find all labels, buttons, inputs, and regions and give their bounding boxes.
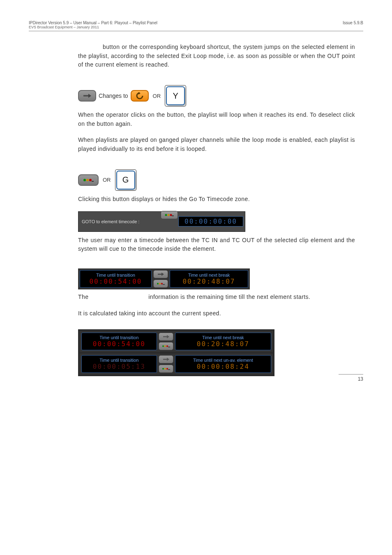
panel-goto-button[interactable] <box>153 280 168 288</box>
svg-marker-12 <box>161 273 164 276</box>
time-until-next-unav-cell: Time until next un-av. element 00:00:08:… <box>175 355 271 373</box>
goto-button-row: OR G <box>78 169 355 191</box>
panel-goto-button-2a[interactable] <box>159 342 173 350</box>
info-paragraph: The information is the remaining time ti… <box>78 293 355 302</box>
info-para-rest: information is the remaining time till t… <box>148 294 310 300</box>
time-until-transition-title: Time until transition <box>96 273 135 278</box>
time-until-next-unav-value: 00:00:08:24 <box>197 363 249 370</box>
loop-icon <box>135 92 144 100</box>
svg-point-7 <box>165 214 167 216</box>
loop-button-row: Changes to OR Y <box>78 85 355 106</box>
arrow-right-icon <box>162 357 170 361</box>
time-until-transition-value-2a: 00:00:54:00 <box>93 340 145 348</box>
loop-paragraph-2: When playlists are played on ganged play… <box>78 136 355 153</box>
time-until-transition-title-2a: Time until transition <box>99 335 138 340</box>
header-left-line2: EVS Broadcast Equipment – January 2011 <box>29 25 157 29</box>
panel-mid-buttons <box>153 270 168 288</box>
loop-paragraph-1: When the operator clicks on the button, … <box>78 111 355 128</box>
arrow-right-icon <box>83 93 92 98</box>
goto-dots-icon-small <box>156 282 165 285</box>
time-until-next-break-cell-2a: Time until next break 00:20:48:07 <box>175 333 271 350</box>
g-key: G <box>116 171 135 190</box>
y-key-wrap: Y <box>165 85 186 106</box>
svg-point-21 <box>166 345 168 347</box>
arrow-right-icon <box>162 335 170 339</box>
goto-figure: GOTO to element timecode : 00:00:00:00 <box>78 211 245 232</box>
time-until-transition-value-2b: 00:00:05:13 <box>93 363 145 370</box>
time-info-panel-2a: Time until transition 00:00:54:00 Time u… <box>80 331 273 352</box>
header-right: Issue 5.9.B <box>343 21 363 29</box>
goto-dots-icon-small <box>161 345 171 348</box>
time-until-transition-value: 00:00:54:00 <box>89 278 142 285</box>
or-label-1: OR <box>153 93 161 99</box>
time-info-panel-group: Time until transition 00:00:54:00 Time u… <box>78 329 274 376</box>
svg-marker-24 <box>167 358 169 361</box>
svg-point-14 <box>159 283 161 284</box>
svg-point-19 <box>162 345 164 347</box>
svg-marker-1 <box>88 94 91 98</box>
g-key-wrap: G <box>115 169 136 191</box>
svg-point-25 <box>162 368 164 370</box>
loop-active-button[interactable] <box>131 90 149 102</box>
header-left-line1: IPDirector Version 5.9 – User Manual – P… <box>29 21 157 25</box>
goto-dots-icon <box>83 178 94 182</box>
time-until-next-break-value: 00:20:48:07 <box>182 278 235 285</box>
svg-point-5 <box>89 179 92 181</box>
svg-point-27 <box>166 368 168 370</box>
time-until-next-break-value-2a: 00:20:48:07 <box>197 340 249 348</box>
svg-point-26 <box>164 368 166 370</box>
svg-point-20 <box>164 345 166 347</box>
svg-point-4 <box>86 179 89 181</box>
svg-marker-18 <box>167 335 169 338</box>
time-until-next-break-cell: Time until next break 00:20:48:07 <box>170 270 248 288</box>
panel-mid-buttons-2a <box>159 333 173 350</box>
time-until-next-unav-title: Time until next un-av. element <box>193 358 253 363</box>
time-until-transition-title-2b: Time until transition <box>99 358 138 363</box>
panel-arrow-button-2b[interactable] <box>159 355 173 363</box>
loop-arrow-button[interactable] <box>78 90 96 102</box>
svg-point-15 <box>161 283 163 284</box>
info-para-prefix: The <box>78 294 88 300</box>
header-divider <box>29 31 363 31</box>
goto-dots-icon-small <box>161 367 171 370</box>
time-until-transition-cell-2b: Time until transition 00:00:05:13 <box>81 355 157 373</box>
panel-arrow-button-2a[interactable] <box>159 333 173 341</box>
y-key: Y <box>166 86 185 105</box>
goto-timecode-input[interactable]: 00:00:00:00 <box>178 216 243 227</box>
panel-goto-button-2b[interactable] <box>159 365 173 373</box>
svg-point-8 <box>168 214 170 216</box>
svg-point-13 <box>157 283 159 284</box>
time-until-next-break-title: Time until next break <box>188 273 230 278</box>
panel-mid-buttons-2b <box>159 355 173 373</box>
time-info-panel-1: Time until transition 00:00:54:00 Time u… <box>78 268 250 289</box>
goto-label: GOTO to element timecode : <box>78 219 178 224</box>
goto-dots-icon-small <box>164 213 174 217</box>
arrow-right-icon <box>157 272 164 276</box>
changes-to-label: Changes to <box>99 92 128 99</box>
time-until-transition-cell-2a: Time until transition 00:00:54:00 <box>81 333 157 350</box>
intro-paragraph: button or the corresponding keyboard sho… <box>78 43 355 69</box>
or-label-2: OR <box>103 177 111 183</box>
svg-point-9 <box>170 214 172 216</box>
panel-arrow-button[interactable] <box>153 270 168 278</box>
goto-paragraph-1: Clicking this button displays or hides t… <box>78 195 355 204</box>
svg-point-3 <box>83 179 86 181</box>
time-until-transition-cell: Time until transition 00:00:54:00 <box>80 270 152 288</box>
time-until-next-break-title-2a: Time until next break <box>202 335 244 340</box>
info-paragraph-2: It is calculated taking into account the… <box>78 309 355 318</box>
page-number: 13 <box>339 374 363 382</box>
goto-button[interactable] <box>78 174 99 186</box>
goto-paragraph-2: The user may enter a timecode between th… <box>78 236 355 254</box>
goto-toggle-button[interactable] <box>161 211 178 219</box>
time-info-panel-2b: Time until transition 00:00:05:13 Time u… <box>80 354 273 375</box>
